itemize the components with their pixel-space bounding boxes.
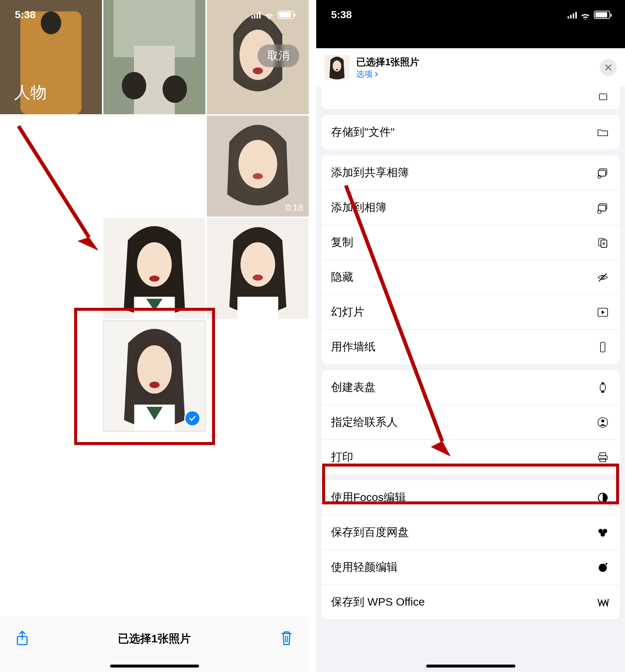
svg-line-31 [19,126,89,237]
focos-icon [595,490,610,505]
annotation-arrow [335,178,461,460]
svg-line-34 [285,636,286,642]
shared-album-icon [595,165,610,180]
generic-icon [595,89,610,104]
print-icon [595,450,610,465]
status-icons [568,11,610,19]
status-bar: 5:38 [316,0,625,30]
action-group [321,87,620,109]
svg-point-59 [601,419,604,422]
home-indicator [110,665,199,668]
svg-rect-24 [238,297,278,319]
svg-point-15 [253,173,263,179]
status-icons [251,11,294,19]
svg-point-25 [253,274,263,280]
action-qingyan-edit[interactable]: 使用轻颜编辑 [321,550,620,585]
svg-point-68 [606,563,608,564]
svg-point-38 [336,69,338,70]
svg-line-52 [599,273,607,281]
svg-rect-55 [600,384,605,391]
photo-thumb-selected[interactable] [103,320,206,432]
action-save-to-files[interactable]: 存储到"文件" [321,115,620,149]
battery-icon [594,11,610,19]
battery-icon [278,11,294,19]
status-bar: 5:38 [0,0,309,30]
add-album-icon [595,200,610,215]
svg-point-30 [149,382,159,388]
right-screen: 5:38 已选择1张照片 选项 [316,0,625,672]
photo-thumb[interactable] [207,218,309,319]
eye-off-icon [595,270,610,285]
action-save-baidu[interactable]: 保存到百度网盘 [321,515,620,550]
share-sheet-header: 已选择1张照片 选项 [316,48,625,87]
svg-marker-32 [78,237,98,250]
sheet-options-link[interactable]: 选项 [356,69,593,80]
home-indicator [426,665,515,668]
wifi-icon [581,11,590,19]
folder-icon [595,125,610,140]
svg-rect-62 [600,458,606,462]
svg-marker-70 [431,441,450,456]
svg-point-66 [601,532,605,537]
cellular-signal-icon [251,11,261,19]
video-duration: 0:18 [285,202,303,213]
dot-icon [595,560,610,575]
svg-point-7 [163,75,187,103]
action-item[interactable] [321,87,620,109]
status-time: 5:38 [15,9,36,21]
annotation-arrow [11,119,108,256]
sheet-title: 已选择1张照片 [356,56,593,69]
share-button[interactable] [15,630,30,648]
selection-count-label: 已选择1张照片 [118,631,191,646]
status-time: 5:38 [331,9,352,21]
play-icon [595,305,610,320]
bottom-toolbar: 已选择1张照片 [0,616,309,672]
svg-point-14 [238,140,277,188]
wps-icon [595,595,610,610]
close-button[interactable] [600,59,617,76]
cellular-signal-icon [568,11,577,19]
watch-icon [595,380,610,395]
svg-rect-60 [600,453,606,456]
left-screen: 5:38 人物 取消 0:18 [0,0,309,672]
copy-icon [595,235,610,250]
svg-point-11 [253,67,263,74]
video-thumb[interactable]: 0:18 [207,116,309,217]
baidu-icon [595,525,610,540]
album-title: 人物 [14,82,47,103]
svg-line-35 [287,636,288,642]
svg-rect-54 [601,342,605,352]
cancel-button[interactable]: 取消 [258,45,299,67]
contact-icon [595,415,610,430]
action-focos-edit[interactable]: 使用Focos编辑 [321,480,620,515]
action-group: 使用Focos编辑 保存到百度网盘 使用轻颜编辑 保存到 WPS Office [321,480,620,619]
wallpaper-icon [595,340,610,355]
svg-rect-39 [599,94,607,100]
selected-photo-preview [324,55,350,80]
wifi-icon [264,11,274,19]
svg-line-69 [346,185,442,441]
photo-thumb[interactable] [103,218,205,319]
svg-rect-57 [601,391,604,393]
svg-point-67 [599,564,607,572]
svg-rect-56 [601,382,604,384]
action-group: 存储到"文件" [321,115,620,149]
svg-point-20 [149,276,160,281]
svg-point-6 [122,72,146,99]
action-save-wps[interactable]: 保存到 WPS Office [321,585,620,619]
delete-button[interactable] [279,630,294,648]
